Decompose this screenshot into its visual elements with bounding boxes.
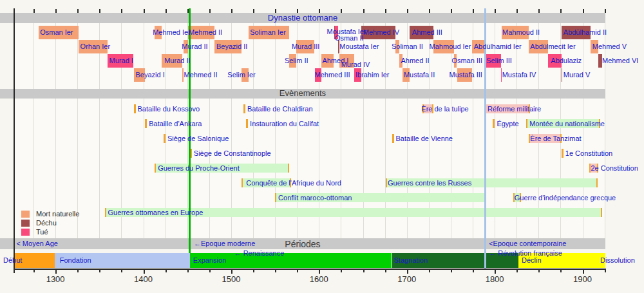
gridline — [144, 99, 144, 238]
event-label[interactable]: Siège de Constantinople — [194, 149, 271, 158]
legend-label-killed: Tué — [36, 228, 48, 236]
sultan-label[interactable]: Mustafa III — [450, 71, 482, 79]
event-label[interactable]: Guerres ottomanes en Europe — [108, 209, 204, 217]
event-start-tick — [105, 208, 106, 217]
axis-tick-bottom — [77, 270, 79, 272]
sultan-label[interactable]: Murad IV — [341, 61, 370, 69]
event-label[interactable]: Égypte — [497, 120, 518, 128]
sultan-label[interactable]: Ahmed II — [401, 57, 430, 65]
gridline — [407, 99, 408, 238]
era-label[interactable]: < Moyen Age — [16, 240, 58, 248]
sultan-label[interactable]: Mahmoud II — [502, 28, 540, 37]
era-label[interactable]: ←Epoque moderne — [194, 240, 255, 248]
sultan-label[interactable]: Mehmed Ier — [153, 28, 191, 37]
sultan-label[interactable]: Murad III — [292, 43, 319, 51]
period-label[interactable]: Début — [3, 256, 22, 265]
sultan-label[interactable]: Mehmed IV — [363, 28, 399, 37]
sultan-label[interactable]: Ibrahim Ier — [355, 71, 390, 79]
event-start-tick — [526, 119, 527, 128]
gridline — [363, 99, 364, 238]
sultan-label[interactable]: Mustafa IV — [502, 71, 536, 79]
sultan-label[interactable]: Mehmed VI — [602, 57, 638, 65]
axis-year-label: 1300 — [46, 274, 65, 284]
axis-tick-bottom — [144, 270, 145, 274]
event-label[interactable]: Instauration du Califat — [250, 120, 319, 128]
sultan-label[interactable]: Murad V — [564, 71, 591, 79]
gridline — [99, 99, 100, 238]
event-tick — [243, 104, 245, 113]
event-tick — [392, 134, 394, 143]
event-label[interactable]: Conquête de l'Afrique du Nord — [246, 179, 341, 187]
axis-tick-bottom — [538, 270, 540, 272]
legend-swatch-killed — [21, 229, 30, 236]
sultan-label[interactable]: Mehmed II — [184, 71, 218, 79]
period-label[interactable]: Expansion — [193, 256, 226, 265]
event-label[interactable]: Réforme militaire — [488, 105, 541, 113]
event-label[interactable]: Ère de la tulipe — [421, 105, 468, 113]
event-label[interactable]: Guerre d'indépendance grecque — [515, 194, 616, 202]
era-label[interactable]: ← Révolution française — [489, 249, 562, 258]
period-label[interactable]: Dissolution — [600, 256, 635, 265]
sultan-label[interactable]: Abdulaziz — [551, 57, 582, 65]
axis-year-label: 1500 — [222, 274, 240, 284]
event-label[interactable]: Bataille de Vienne — [396, 135, 453, 143]
event-label[interactable]: Guerres du Proche-Orient — [158, 164, 240, 173]
era-label[interactable]: <Epoque contemporaine — [489, 240, 566, 248]
event-label[interactable]: Siège de Salonique — [167, 135, 229, 143]
sultan-label[interactable]: Abdülmecit Ier — [530, 43, 575, 51]
sultan-label[interactable]: Beyazid I — [136, 71, 165, 79]
sultan-label[interactable]: Osman Ier — [40, 28, 73, 37]
event-label[interactable]: Ère de Tanzimat — [530, 135, 581, 143]
period-label[interactable]: Stagnation — [394, 256, 428, 265]
sultan-label[interactable]: Murad I — [109, 57, 133, 65]
event-start-tick — [242, 178, 243, 187]
sultan-label[interactable]: Selim Ier — [227, 71, 255, 79]
axis-tick-bottom — [516, 270, 518, 272]
event-label[interactable]: Montée du nationalisme — [529, 120, 605, 128]
sultan-label[interactable]: Orhan Ier — [80, 43, 110, 51]
event-label[interactable]: 1e Constitution — [565, 149, 612, 158]
sultan-label[interactable]: Beyazid II — [216, 43, 247, 51]
axis-tick-bottom — [33, 270, 35, 272]
event-label[interactable]: Bataille d'Ankara — [149, 120, 202, 128]
era-label[interactable]: ← Renaissance — [234, 249, 285, 258]
sultan-label[interactable]: Mahmoud Ier — [430, 43, 471, 51]
sultan-label[interactable]: Mehmed II — [189, 28, 222, 37]
event-start-tick — [155, 164, 156, 173]
period-label[interactable]: Fondation — [60, 256, 91, 265]
event-label[interactable]: Bataille du Kossovo — [138, 105, 200, 113]
axis-tick-bottom — [583, 270, 584, 274]
legend-swatch-natural-death — [21, 211, 30, 218]
sultan-label[interactable]: Osman II — [335, 34, 364, 43]
axis-tick-bottom — [121, 270, 122, 272]
sultan-label[interactable]: Abdülhamid Ier — [474, 43, 522, 51]
sultan-label[interactable]: Abdülhamid II — [564, 28, 607, 37]
gridline — [121, 99, 122, 238]
sultan-label[interactable]: Selim II — [285, 57, 308, 65]
sultan-label[interactable]: Mehmed III — [315, 71, 350, 79]
sultan-label[interactable]: Moustafa Ier — [339, 43, 379, 51]
axis-tick-bottom — [297, 270, 298, 272]
axis-year-label: 1900 — [573, 274, 592, 284]
event-start-tick — [386, 178, 387, 187]
axis-tick-bottom — [473, 270, 474, 272]
gridline — [319, 99, 319, 238]
sultan-label[interactable]: Selim III — [486, 57, 512, 65]
dynasty-section-title[interactable]: Dynastie ottomane — [0, 13, 605, 23]
sultan-label[interactable]: Mustafa II — [404, 71, 435, 79]
sultan-label[interactable]: Soliman II — [392, 43, 423, 51]
event-label[interactable]: Bataille de Chaldiran — [247, 105, 313, 113]
sultan-label[interactable]: Murad II — [164, 57, 190, 65]
axis-year-label: 1700 — [397, 274, 416, 284]
sultan-label[interactable]: Ahmed III — [412, 28, 442, 37]
sultan-label[interactable]: Mehmed V — [592, 43, 627, 51]
sultan-label[interactable]: Osman III — [451, 57, 482, 65]
axis-tick-bottom — [253, 270, 254, 272]
axis-tick-bottom — [429, 270, 430, 272]
event-end-tick — [288, 164, 289, 173]
event-label[interactable]: Guerres contre les Russes — [388, 179, 471, 187]
sultan-label[interactable]: Soliman Ier — [250, 28, 286, 37]
sultan-label[interactable]: Murad II — [182, 43, 207, 51]
event-label[interactable]: 2e Constitution — [591, 164, 638, 173]
event-label[interactable]: Conflit maroco-ottoman — [278, 194, 352, 202]
